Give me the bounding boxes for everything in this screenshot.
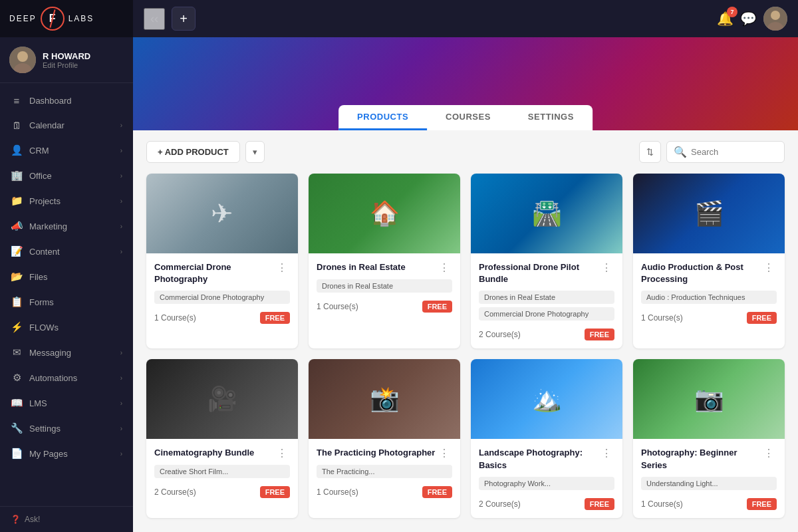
product-menu-button[interactable]: ⋮	[274, 447, 290, 460]
product-thumbnail	[633, 359, 785, 439]
logo-labs: LABS	[68, 14, 94, 23]
messages-button[interactable]: 💬	[740, 11, 757, 27]
sidebar-item-label: Automations	[29, 373, 114, 383]
sidebar-item-mypages[interactable]: 📄 My Pages ›	[0, 441, 133, 466]
product-info: Landscape Photography: Basics ⋮ Photogra…	[471, 439, 622, 517]
product-title: Professional Drone Pilot Bundle	[479, 261, 598, 285]
crm-icon: 👤	[11, 144, 23, 156]
collapse-button[interactable]: ‹‹	[144, 8, 165, 30]
ask-button[interactable]: ❓ Ask!	[0, 506, 133, 532]
product-tag: The Practicing...	[317, 465, 452, 478]
sidebar-item-files[interactable]: 📂 Files	[0, 264, 133, 289]
calendar-icon: 🗓	[11, 120, 23, 131]
product-tag: Drones in Real Estate	[317, 279, 452, 293]
product-thumbnail	[309, 359, 460, 439]
course-count: 1 Course(s)	[641, 313, 683, 323]
product-menu-button[interactable]: ⋮	[761, 261, 777, 274]
dropdown-button[interactable]: ▾	[245, 141, 265, 163]
product-info: Audio Production & Post Processing ⋮ Aud…	[633, 253, 785, 332]
product-info: Cinematography Bundle ⋮ Creative Short F…	[146, 439, 298, 506]
user-avatar[interactable]	[763, 7, 787, 31]
product-tags: Creative Short Film...	[154, 465, 290, 478]
product-menu-button[interactable]: ⋮	[598, 261, 614, 274]
filter-button[interactable]: ⇅	[639, 141, 661, 163]
sidebar-item-marketing[interactable]: 📣 Marketing ›	[0, 213, 133, 239]
product-menu-button[interactable]: ⋮	[436, 261, 452, 274]
product-info: Professional Drone Pilot Bundle ⋮ Drones…	[471, 253, 622, 348]
sidebar-item-content[interactable]: 📝 Content ›	[0, 239, 133, 264]
product-info: Drones in Real Estate ⋮ Drones in Real E…	[309, 253, 460, 321]
tab-products[interactable]: PRODUCTS	[338, 105, 427, 130]
sidebar-item-label: Calendar	[29, 120, 114, 130]
sidebar-item-lms[interactable]: 📖 LMS ›	[0, 390, 133, 416]
sidebar-item-label: Forms	[29, 297, 122, 307]
chevron-right-icon: ›	[120, 450, 122, 458]
products-grid: Commercial Drone Photography ⋮ Commercia…	[146, 174, 785, 518]
product-tag: Commercial Drone Photography	[154, 291, 290, 304]
sidebar-item-label: Messaging	[29, 348, 114, 358]
product-tag: Commercial Drone Photography	[479, 307, 614, 321]
product-thumbnail	[309, 174, 460, 253]
sidebar-item-label: Office	[29, 171, 114, 181]
product-tags: Drones in Real Estate Commercial Drone P…	[479, 291, 614, 321]
user-name: R HOWARD	[43, 51, 90, 61]
notifications-button[interactable]: 🔔 7	[717, 11, 733, 27]
chevron-right-icon: ›	[120, 349, 122, 356]
sidebar-item-flows[interactable]: ⚡ FLOWs	[0, 315, 133, 340]
product-card: Commercial Drone Photography ⋮ Commercia…	[146, 174, 298, 348]
add-product-button[interactable]: + ADD PRODUCT	[146, 141, 240, 163]
free-badge: FREE	[585, 498, 614, 510]
sidebar-item-forms[interactable]: 📋 Forms	[0, 289, 133, 315]
product-footer: 1 Course(s) FREE	[317, 301, 452, 313]
product-title: Landscape Photography: Basics	[479, 447, 598, 471]
product-tag: Understanding Light...	[641, 477, 777, 490]
app-logo: DEEP F LABS	[0, 0, 133, 37]
marketing-icon: 📣	[11, 220, 23, 232]
sidebar-item-dashboard[interactable]: ≡ Dashboard	[0, 88, 133, 113]
chevron-right-icon: ›	[120, 425, 122, 432]
product-menu-button[interactable]: ⋮	[761, 447, 777, 460]
sidebar-item-projects[interactable]: 📁 Projects ›	[0, 188, 133, 213]
course-count: 2 Course(s)	[479, 499, 521, 509]
edit-profile-link[interactable]: Edit Profile	[43, 61, 90, 69]
course-count: 2 Course(s)	[479, 330, 521, 339]
ask-icon: ❓	[11, 515, 21, 524]
free-badge: FREE	[260, 486, 290, 498]
sidebar-item-label: LMS	[29, 398, 114, 408]
user-profile[interactable]: R HOWARD Edit Profile	[0, 37, 133, 83]
sidebar-item-settings[interactable]: 🔧 Settings ›	[0, 416, 133, 441]
settings-icon: 🔧	[11, 422, 23, 434]
product-menu-button[interactable]: ⋮	[274, 261, 290, 274]
chevron-right-icon: ›	[120, 400, 122, 407]
product-tag: Photography Work...	[479, 477, 614, 490]
product-footer: 2 Course(s) FREE	[154, 486, 290, 498]
free-badge: FREE	[747, 312, 777, 324]
product-thumbnail	[471, 174, 622, 253]
product-menu-button[interactable]: ⋮	[436, 447, 452, 460]
sidebar-item-automations[interactable]: ⚙ Automations ›	[0, 365, 133, 390]
free-badge: FREE	[422, 301, 452, 313]
toolbar: + ADD PRODUCT ▾ ⇅ 🔍	[146, 141, 785, 163]
add-button[interactable]: +	[172, 7, 196, 31]
product-menu-button[interactable]: ⋮	[598, 447, 614, 460]
product-tags: Audio : Production Techniques	[641, 291, 777, 304]
product-footer: 1 Course(s) FREE	[154, 312, 290, 324]
product-info: The Practicing Photographer ⋮ The Practi…	[309, 439, 460, 506]
user-info: R HOWARD Edit Profile	[43, 51, 90, 69]
dashboard-icon: ≡	[11, 95, 23, 106]
notification-badge: 7	[727, 7, 737, 17]
free-badge: FREE	[260, 312, 290, 324]
sidebar-item-crm[interactable]: 👤 CRM ›	[0, 138, 133, 163]
search-input[interactable]	[691, 147, 777, 157]
sidebar-item-office[interactable]: 🏢 Office ›	[0, 163, 133, 188]
sidebar-item-messaging[interactable]: ✉ Messaging ›	[0, 340, 133, 365]
main-area: ‹‹ + 🔔 7 💬 PRODUCTS COURSES SETTINGS	[133, 0, 798, 532]
search-icon: 🔍	[674, 146, 687, 158]
chevron-right-icon: ›	[120, 172, 122, 180]
tab-settings[interactable]: SETTINGS	[509, 105, 593, 130]
tab-courses[interactable]: COURSES	[427, 105, 509, 130]
chevron-right-icon: ›	[120, 198, 122, 205]
sidebar-item-calendar[interactable]: 🗓 Calendar ›	[0, 113, 133, 138]
product-tags: Understanding Light...	[641, 477, 777, 490]
course-count: 1 Course(s)	[317, 302, 358, 311]
